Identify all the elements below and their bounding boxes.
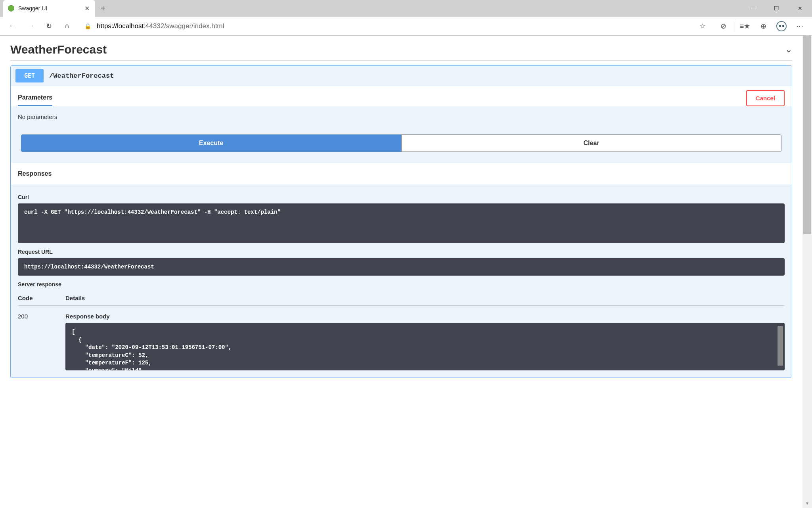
- home-button[interactable]: ⌂: [59, 18, 75, 34]
- close-window-button[interactable]: ✕: [788, 0, 812, 17]
- cancel-button[interactable]: Cancel: [746, 90, 785, 106]
- favorites-icon[interactable]: ≡★: [737, 18, 753, 34]
- chevron-down-icon[interactable]: ⌄: [785, 44, 792, 55]
- browser-titlebar: Swagger UI ✕ + — ☐ ✕: [0, 0, 812, 17]
- more-icon[interactable]: ⋯: [791, 18, 808, 34]
- response-body-scrollbar[interactable]: [778, 326, 783, 366]
- browser-tab[interactable]: Swagger UI ✕: [3, 0, 95, 17]
- section-title: WeatherForecast: [10, 43, 107, 56]
- back-button[interactable]: ←: [4, 18, 21, 34]
- scrollbar-thumb[interactable]: [803, 36, 811, 234]
- parameters-tab[interactable]: Parameters: [18, 90, 52, 106]
- tab-close-icon[interactable]: ✕: [84, 5, 90, 12]
- request-url-block[interactable]: https://localhost:44332/WeatherForecast: [18, 258, 785, 276]
- window-controls: — ☐ ✕: [741, 0, 812, 17]
- refresh-button[interactable]: ↻: [40, 18, 57, 34]
- response-status-code: 200: [18, 313, 65, 370]
- code-column-header: Code: [18, 295, 65, 301]
- maximize-button[interactable]: ☐: [764, 0, 788, 17]
- page-scrollbar[interactable]: ▴ ▾: [802, 36, 812, 508]
- toolbar-divider: [734, 21, 734, 32]
- browser-addressbar: ← → ↻ ⌂ 🔒 https://localhost:44332/swagge…: [0, 17, 812, 36]
- details-column-header: Details: [65, 295, 785, 301]
- clear-button[interactable]: Clear: [401, 134, 781, 152]
- url-text: https://localhost:44332/swagger/index.ht…: [97, 22, 696, 30]
- request-url-label: Request URL: [18, 249, 785, 255]
- response-body-label: Response body: [65, 313, 785, 320]
- endpoint-path: /WeatherForecast: [49, 72, 114, 80]
- response-section: Curl curl -X GET "https://localhost:4433…: [11, 184, 792, 378]
- parameters-header: Parameters Cancel: [11, 86, 792, 106]
- url-input[interactable]: 🔒 https://localhost:44332/swagger/index.…: [80, 19, 710, 33]
- action-buttons: Execute Clear: [11, 127, 792, 163]
- collections-icon[interactable]: ⊕: [755, 18, 772, 34]
- operation-summary[interactable]: GET /WeatherForecast: [11, 66, 792, 86]
- forward-button[interactable]: →: [22, 18, 39, 34]
- curl-label: Curl: [18, 194, 785, 200]
- lock-icon: 🔒: [84, 23, 91, 29]
- profile-button[interactable]: [773, 18, 790, 34]
- scroll-down-arrow[interactable]: ▾: [802, 498, 812, 508]
- api-section-header[interactable]: WeatherForecast ⌄: [10, 36, 792, 61]
- execute-button[interactable]: Execute: [21, 134, 401, 152]
- operation-block: GET /WeatherForecast Parameters Cancel N…: [10, 65, 792, 378]
- tab-title: Swagger UI: [18, 5, 82, 12]
- minimize-button[interactable]: —: [741, 0, 764, 17]
- profile-avatar-icon: [776, 21, 787, 31]
- page-content: WeatherForecast ⌄ GET /WeatherForecast P…: [0, 36, 802, 508]
- curl-command-block[interactable]: curl -X GET "https://localhost:44332/Wea…: [18, 203, 785, 243]
- http-method-badge: GET: [15, 69, 44, 82]
- tab-favicon: [8, 5, 14, 12]
- response-details: Response body [ { "date": "2020-09-12T13…: [65, 313, 785, 370]
- favorite-icon[interactable]: ☆: [699, 22, 706, 31]
- response-table-header: Code Details: [18, 291, 785, 306]
- tracking-icon[interactable]: ⊘: [715, 18, 732, 34]
- no-parameters-text: No parameters: [11, 106, 792, 127]
- responses-header: Responses: [11, 163, 792, 184]
- new-tab-button[interactable]: +: [101, 4, 105, 13]
- response-body-block[interactable]: [ { "date": "2020-09-12T13:53:01.1956751…: [65, 323, 785, 370]
- response-row: 200 Response body [ { "date": "2020-09-1…: [18, 306, 785, 370]
- server-response-label: Server response: [18, 281, 785, 288]
